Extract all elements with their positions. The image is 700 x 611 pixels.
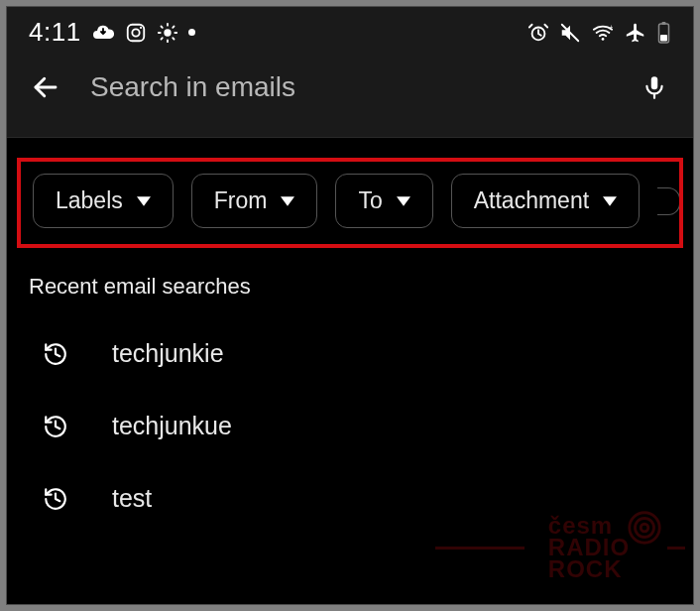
status-bar-left: 4:11	[29, 17, 195, 48]
status-bar: 4:11 +	[7, 7, 693, 54]
mute-icon	[559, 22, 581, 44]
wifi-icon: +	[591, 22, 615, 44]
svg-line-8	[161, 26, 162, 27]
cloud-download-icon	[91, 21, 115, 45]
svg-text:+: +	[609, 24, 613, 31]
chip-label: To	[358, 187, 382, 214]
watermark-line: ROCK	[548, 558, 630, 580]
history-icon	[43, 341, 68, 367]
search-input[interactable]	[90, 71, 610, 103]
recent-list: techjunkie techjunkue test	[7, 309, 693, 535]
recent-item[interactable]: techjunkue	[7, 390, 693, 462]
chevron-down-icon	[603, 196, 617, 206]
app-screen: 4:11 +	[6, 6, 694, 605]
history-icon	[43, 486, 68, 512]
chevron-down-icon	[137, 196, 151, 206]
chip-label: Labels	[56, 187, 123, 214]
search-header	[7, 54, 693, 138]
svg-line-9	[173, 38, 174, 39]
recent-item[interactable]: test	[7, 462, 693, 535]
svg-rect-17	[662, 22, 666, 25]
watermark-line: RADIO	[548, 537, 630, 558]
recent-item-label: techjunkue	[112, 412, 232, 440]
svg-point-2	[140, 26, 142, 28]
svg-point-14	[602, 38, 605, 41]
instagram-icon	[125, 22, 147, 44]
history-icon	[43, 414, 68, 439]
svg-point-3	[164, 29, 171, 36]
svg-line-11	[173, 26, 174, 27]
clock: 4:11	[29, 17, 81, 48]
recent-item[interactable]: techjunkie	[7, 317, 693, 390]
chevron-down-icon	[281, 196, 294, 206]
chip-label: From	[214, 187, 268, 214]
chevron-down-icon	[397, 196, 410, 206]
filter-chip-labels[interactable]: Labels	[33, 174, 174, 228]
svg-rect-18	[660, 35, 667, 42]
svg-point-1	[132, 29, 139, 36]
mic-button[interactable]	[640, 72, 669, 102]
recent-item-label: test	[112, 484, 152, 513]
filter-chips-row: Labels From To Attachment	[17, 158, 683, 248]
airplane-icon	[625, 22, 646, 44]
battery-icon	[656, 21, 671, 45]
sun-icon	[157, 22, 178, 44]
filter-chip-from[interactable]: From	[191, 174, 318, 228]
chip-label: Attachment	[474, 187, 589, 214]
status-bar-right: +	[527, 21, 671, 45]
recent-heading: Recent email searches	[7, 248, 693, 309]
filter-chip-attachment[interactable]: Attachment	[451, 174, 640, 228]
svg-line-10	[161, 38, 162, 39]
filter-chip-to[interactable]: To	[335, 174, 432, 228]
back-button[interactable]	[31, 72, 60, 102]
alarm-icon	[527, 22, 549, 44]
filter-chip-more[interactable]	[657, 187, 680, 215]
recent-item-label: techjunkie	[112, 339, 224, 368]
dot-icon	[188, 29, 195, 36]
